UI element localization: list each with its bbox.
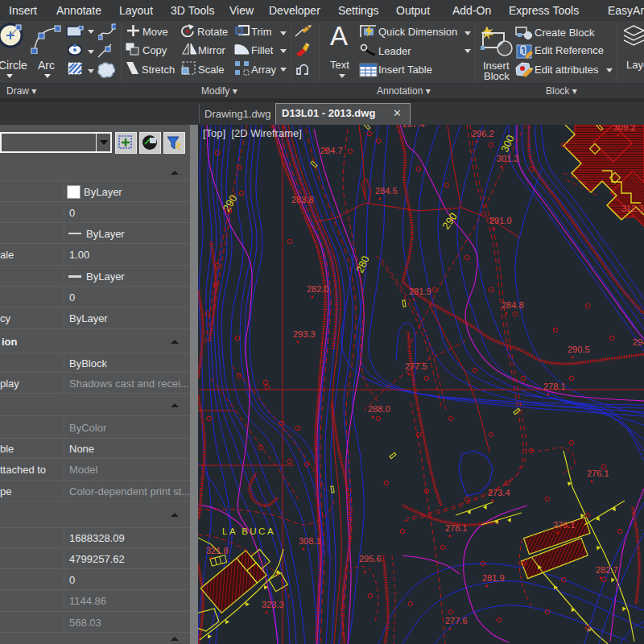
svg-text:278.1: 278.1 — [543, 382, 566, 391]
svg-text:288.0: 288.0 — [368, 404, 390, 414]
svg-text:293.3: 293.3 — [293, 329, 316, 339]
svg-text:296.2: 296.2 — [472, 129, 494, 138]
svg-text:284.5: 284.5 — [375, 186, 398, 196]
svg-text:281.9: 281.9 — [482, 573, 505, 583]
svg-text:281.9: 281.9 — [409, 287, 431, 296]
svg-text:323.3: 323.3 — [262, 600, 284, 609]
svg-text:295.6: 295.6 — [359, 554, 382, 564]
svg-text:290.5: 290.5 — [568, 345, 590, 354]
svg-text:278.1: 278.1 — [445, 523, 468, 533]
svg-text:321.8: 321.8 — [206, 546, 229, 555]
svg-text:277.5: 277.5 — [405, 361, 427, 371]
svg-text:LA BUCA: LA BUCA — [222, 526, 275, 536]
svg-text:277.6: 277.6 — [445, 616, 468, 625]
svg-text:309.2: 309.2 — [613, 125, 636, 132]
svg-text:282.0: 282.0 — [307, 284, 329, 294]
svg-text:287.4: 287.4 — [402, 125, 425, 129]
svg-text:308.1: 308.1 — [299, 536, 321, 546]
svg-text:301.3: 301.3 — [497, 154, 519, 163]
svg-text:273.4: 273.4 — [488, 488, 510, 497]
svg-text:291.0: 291.0 — [489, 216, 512, 225]
svg-text:294: 294 — [633, 337, 644, 347]
svg-text:282.7: 282.7 — [596, 565, 618, 575]
svg-text:276.1: 276.1 — [587, 469, 609, 478]
svg-text:276.1: 276.1 — [553, 520, 576, 530]
svg-text:300: 300 — [498, 133, 517, 154]
svg-text:284.7: 284.7 — [320, 146, 343, 155]
svg-text:283.8: 283.8 — [291, 195, 314, 204]
svg-text:312.3: 312.3 — [621, 204, 644, 213]
svg-text:290: 290 — [440, 210, 460, 231]
svg-text:284.8: 284.8 — [502, 300, 524, 310]
